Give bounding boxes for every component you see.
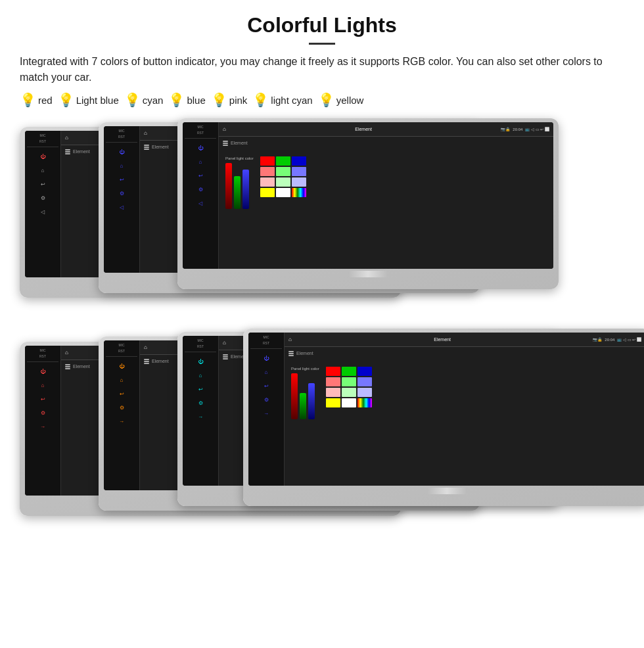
device-3: MIC RST ⏻ ⌂ ↩ ⚙ ◁ ⌂ Element [177, 118, 559, 289]
grid-cell-g3 [276, 177, 290, 187]
topbar-home-icon: ⌂ [65, 135, 68, 141]
power-icon-3: ⏻ [185, 142, 216, 154]
color-item-lightblue: 💡 Light blue [58, 92, 119, 108]
grid-b-b1 [357, 367, 372, 376]
grid-b-r1 [326, 367, 340, 376]
settings-icon: ⚙ [27, 192, 58, 204]
cyan-bulb-icon: 💡 [124, 92, 141, 108]
hamburger-icon-2 [144, 145, 149, 150]
lightcyan-label: light cyan [271, 95, 312, 106]
red-bar-b [291, 373, 298, 419]
grid-cell-r2 [260, 167, 275, 176]
arrow-icon-b4: → [250, 407, 282, 419]
blue-label: blue [187, 95, 205, 106]
top-devices-section: MIC RST ⏻ ⌂ ↩ ⚙ ◁ ⌂ Elemen.. [20, 117, 624, 321]
back-icon-2: ↩ [106, 174, 137, 185]
topbar-home-b4: ⌂ [288, 336, 292, 342]
arrow-icon-b2: → [106, 415, 137, 427]
bottom-device-stack: MIC RST ⏻ ⌂ ↩ ⚙ → ⌂ Elemen.. [20, 329, 624, 539]
cyan-label: cyan [143, 95, 164, 106]
topbar-home-b3: ⌂ [223, 340, 226, 346]
home-icon-b1: ⌂ [27, 379, 58, 391]
red-label: red [38, 95, 53, 106]
vol-icon-3: ◁ [185, 197, 216, 209]
grid-b-y [326, 398, 340, 407]
grid-b-b3 [357, 388, 372, 397]
topbar-title-b4: Element [294, 337, 590, 342]
description-text: Integrated with 7 colors of button indic… [20, 54, 624, 85]
element-text-b2: Element [152, 359, 169, 363]
settings-icon-b4: ⚙ [250, 394, 282, 405]
blue-bulb-icon: 💡 [168, 92, 185, 108]
home-icon-3: ⌂ [185, 156, 216, 168]
power-icon-2: ⏻ [106, 146, 137, 158]
power-icon: ⏻ [27, 150, 58, 162]
back-icon-b2: ↩ [106, 388, 137, 400]
topbar-time-b4: 20:04 [605, 338, 614, 342]
green-bar [234, 176, 241, 209]
settings-icon-b1: ⚙ [27, 407, 58, 419]
power-icon-b4: ⏻ [250, 352, 282, 364]
green-bar-b [300, 393, 306, 419]
element-text-1: Element [73, 149, 90, 154]
device-b4: MIC RST ⏻ ⌂ ↩ ⚙ → ⌂ Element [243, 329, 644, 506]
grid-b-r2 [326, 377, 340, 386]
settings-icon-b3: ⚙ [185, 397, 216, 409]
red-bulb-icon: 💡 [20, 92, 36, 108]
panel-light-title: Panel light color [225, 156, 254, 160]
lightblue-bulb-icon: 💡 [58, 92, 74, 108]
color-item-cyan: 💡 cyan [124, 92, 164, 108]
color-list: 💡 red 💡 Light blue 💡 cyan 💡 blue 💡 pink … [20, 92, 624, 108]
color-item-red: 💡 red [20, 92, 53, 108]
panel-light-title-b: Panel light color [291, 367, 319, 371]
home-icon-b3: ⌂ [185, 369, 216, 381]
hamburger-icon-3 [223, 141, 228, 146]
element-text-3: Element [231, 141, 248, 145]
grid-b-g2 [342, 377, 356, 386]
topbar-time-3: 20:04 [513, 127, 522, 131]
lightblue-label: Light blue [76, 95, 119, 106]
page-container: Colorful Lights Integrated with 7 colors… [0, 0, 644, 553]
hamburger-b2 [144, 359, 149, 364]
hamburger-b3 [223, 354, 228, 359]
grid-cell-r1 [260, 156, 275, 166]
color-grid-bottom [326, 367, 372, 419]
red-bar [225, 163, 232, 209]
topbar-icons-b4: 📺 ◁ ▭ ↩ ⬜ [617, 337, 641, 342]
topbar-title-3: Element [229, 127, 498, 131]
title-divider [309, 43, 335, 45]
back-icon-b3: ↩ [185, 383, 216, 395]
element-text-b1: Element [73, 364, 90, 369]
home-icon-b4: ⌂ [250, 366, 282, 378]
top-device-stack: MIC RST ⏻ ⌂ ↩ ⚙ ◁ ⌂ Elemen.. [20, 117, 624, 321]
topbar-home-icon-3: ⌂ [223, 126, 226, 132]
grid-cell-y [260, 188, 275, 197]
home-icon-2: ⌂ [106, 160, 137, 172]
yellow-bulb-icon: 💡 [318, 92, 334, 108]
pink-bulb-icon: 💡 [211, 92, 227, 108]
topbar-home-b2: ⌂ [144, 344, 147, 350]
settings-icon-3: ⚙ [185, 183, 216, 195]
arrow-icon-b3: → [185, 411, 216, 423]
grid-cell-rainbow [292, 188, 306, 197]
home-icon: ⌂ [27, 164, 58, 176]
vol-icon-2: ◁ [106, 201, 137, 213]
page-title: Colorful Lights [20, 13, 624, 37]
power-icon-b1: ⏻ [27, 365, 58, 377]
hamburger-icon [65, 149, 70, 154]
home-icon-b2: ⌂ [106, 374, 137, 386]
grid-cell-g1 [276, 156, 290, 166]
device-stand-b4 [427, 488, 467, 494]
color-item-yellow: 💡 yellow [318, 92, 364, 108]
back-icon-3: ↩ [185, 170, 216, 181]
yellow-label: yellow [336, 95, 364, 106]
device-stand-3 [348, 271, 388, 277]
power-icon-b3: ⏻ [185, 356, 216, 367]
color-grid-top [260, 156, 306, 209]
color-item-blue: 💡 blue [168, 92, 205, 108]
element-text-2: Element [152, 145, 169, 149]
blue-bar [242, 170, 249, 209]
vol-icon: ◁ [27, 206, 58, 218]
hamburger-b4 [288, 351, 294, 356]
grid-b-r3 [326, 388, 340, 397]
